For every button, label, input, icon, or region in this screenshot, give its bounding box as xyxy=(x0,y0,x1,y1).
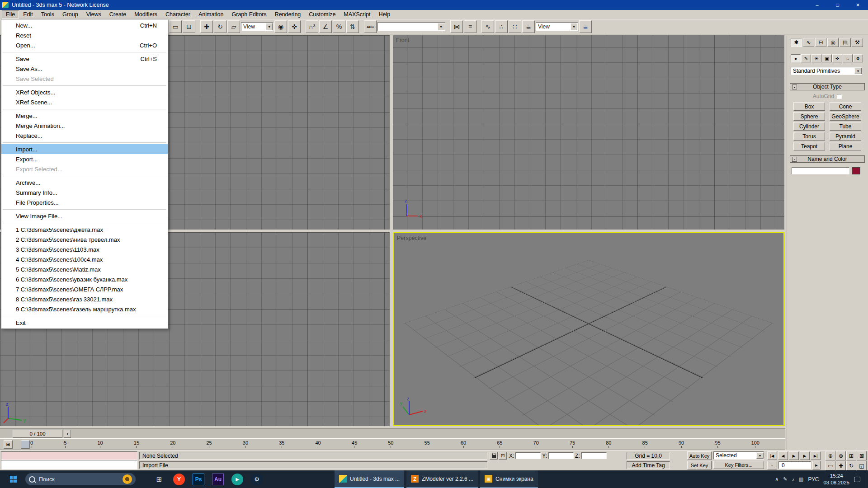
angle-snap-icon[interactable]: ∠ xyxy=(319,20,332,33)
category-shapes[interactable]: ✎ xyxy=(801,54,811,62)
object-color-swatch[interactable] xyxy=(852,167,860,174)
auto-key-button[interactable]: Auto Key xyxy=(687,451,712,460)
menu-item-recent-9[interactable]: 9 C:\3dsmax5\scenes\газель маршрутка.max xyxy=(1,304,168,314)
menu-item-exit[interactable]: Exit xyxy=(1,318,168,328)
primitives-dropdown[interactable]: Standard Primitives ▾ xyxy=(791,67,862,75)
name-color-rollout-header[interactable]: - Name and Color xyxy=(790,155,865,163)
menu-item-recent-6[interactable]: 6 C:\3dsmax5\scenes\увазик буханка.max xyxy=(1,274,168,284)
menu-modifiers[interactable]: Modifiers xyxy=(130,10,161,19)
edit-named-selections-icon[interactable]: ABC xyxy=(364,20,377,33)
menu-rendering[interactable]: Rendering xyxy=(271,10,305,19)
track-bar[interactable]: ⊞ 05101520253035404550556065707580859095… xyxy=(0,438,785,450)
select-and-scale-icon[interactable]: ▱ xyxy=(227,20,240,33)
menu-item-reset[interactable]: Reset xyxy=(1,30,168,40)
menu-item-recent-3[interactable]: 3 C:\3dsmax5\scenes\1103.max xyxy=(1,244,168,254)
menu-item-replace[interactable]: Replace... xyxy=(1,131,168,141)
snap-toggle-3d-icon[interactable]: ∩³ xyxy=(306,20,318,33)
menu-item-save-selected[interactable]: Save Selected xyxy=(1,74,168,84)
category-geometry[interactable]: ● xyxy=(791,54,801,62)
render-type-combo[interactable]: View▾ xyxy=(536,22,578,31)
tab-motion[interactable]: ◎ xyxy=(827,38,839,47)
show-desktop-button[interactable] xyxy=(865,470,867,488)
steam-icon[interactable]: ⚙ xyxy=(251,474,263,485)
menu-tools[interactable]: Tools xyxy=(37,10,58,19)
current-frame-marker[interactable] xyxy=(21,440,30,449)
menu-item-recent-5[interactable]: 5 C:\3dsmax5\scenes\Matiz.max xyxy=(1,264,168,274)
current-frame-field[interactable]: 0 xyxy=(778,461,811,469)
menu-item-merge[interactable]: Merge... xyxy=(1,111,168,121)
action-center-icon[interactable] xyxy=(854,477,860,482)
menu-item-import[interactable]: Import... xyxy=(1,144,168,154)
tab-create[interactable]: ✱ xyxy=(791,38,802,47)
y-coordinate-field[interactable] xyxy=(548,452,574,459)
next-frame-button[interactable]: ▶ xyxy=(800,451,810,460)
menu-create[interactable]: Create xyxy=(105,10,131,19)
quick-render-icon[interactable]: ☕ xyxy=(579,20,592,33)
menu-file[interactable]: File xyxy=(2,10,19,19)
taskbar-clock[interactable]: 15:24 03.08.2025 xyxy=(823,473,849,486)
menu-item-xref-objects[interactable]: XRef Objects... xyxy=(1,87,168,97)
yandex-browser-icon[interactable]: Y xyxy=(173,474,185,485)
key-filters-button[interactable]: Key Filters... xyxy=(713,461,764,469)
z-coordinate-field[interactable] xyxy=(581,452,607,459)
rollout-collapse-icon[interactable]: - xyxy=(792,84,797,89)
use-pivot-center-icon[interactable]: ◉ xyxy=(274,20,287,33)
start-button[interactable] xyxy=(3,470,24,488)
task-view-icon[interactable]: ⊞ xyxy=(153,473,165,486)
maximize-button[interactable]: □ xyxy=(827,0,848,10)
mirror-icon[interactable]: ⋈ xyxy=(450,20,463,33)
menu-item-xref-scene[interactable]: XRef Scene... xyxy=(1,97,168,107)
absolute-offset-toggle[interactable]: ⊡ xyxy=(499,452,507,460)
macro-recorder-pane[interactable] xyxy=(1,451,137,460)
time-slider-track[interactable]: 0 / 100 › xyxy=(0,428,785,438)
rollout-collapse-icon[interactable]: - xyxy=(792,157,797,162)
media-app-icon[interactable]: ▶ xyxy=(231,474,243,485)
arc-rotate-icon[interactable]: ↻ xyxy=(846,461,856,470)
menu-item-new[interactable]: New... Ctrl+N xyxy=(1,20,168,30)
set-key-button[interactable]: Set Key xyxy=(687,461,712,469)
select-and-rotate-icon[interactable]: ↻ xyxy=(214,20,226,33)
go-to-end-button[interactable]: ▶| xyxy=(811,451,821,460)
named-selection-sets-combo[interactable]: ▾ xyxy=(377,22,445,31)
close-button[interactable]: ✕ xyxy=(848,0,868,10)
render-scene-icon[interactable]: ☕ xyxy=(522,20,535,33)
menu-item-recent-4[interactable]: 4 C:\3dsmax5\scenes\100c4.max xyxy=(1,254,168,264)
taskbar-window-3dsmax[interactable]: Untitled - 3ds max ... xyxy=(335,470,404,488)
menu-item-open[interactable]: Open... Ctrl+O xyxy=(1,40,168,50)
add-time-tag-button[interactable]: Add Time Tag xyxy=(627,461,670,469)
box-button[interactable]: Box xyxy=(793,102,825,111)
menu-customize[interactable]: Customize xyxy=(305,10,340,19)
minimize-button[interactable]: – xyxy=(807,0,827,10)
audition-icon[interactable]: Au xyxy=(212,474,224,485)
select-and-move-icon[interactable]: ✚ xyxy=(200,20,213,33)
tab-modify[interactable]: ∿ xyxy=(803,38,814,47)
menu-item-merge-animation[interactable]: Merge Animation... xyxy=(1,121,168,131)
category-systems[interactable]: ⚙ xyxy=(853,54,863,62)
menu-item-save-as[interactable]: Save As... xyxy=(1,64,168,74)
spinner-snap-icon[interactable]: ⇅ xyxy=(346,20,359,33)
menu-item-export-selected[interactable]: Export Selected... xyxy=(1,164,168,174)
next-key-button[interactable]: ▸ xyxy=(812,461,821,469)
object-name-input[interactable] xyxy=(792,167,849,174)
menu-item-file-properties[interactable]: File Properties... xyxy=(1,197,168,207)
network-icon[interactable]: ▥ xyxy=(799,476,803,482)
sphere-button[interactable]: Sphere xyxy=(793,112,825,121)
zoom-extents-icon[interactable]: ⊞ xyxy=(846,451,856,460)
volume-icon[interactable]: ♪ xyxy=(792,477,795,482)
category-cameras[interactable]: ▣ xyxy=(822,54,832,62)
pen-icon[interactable]: ✎ xyxy=(783,476,787,482)
menu-graph-editors[interactable]: Graph Editors xyxy=(228,10,271,19)
menu-views[interactable]: Views xyxy=(82,10,105,19)
hidden-icons-chevron[interactable]: ∧ xyxy=(775,476,778,482)
menu-item-export[interactable]: Export... xyxy=(1,154,168,164)
x-coordinate-field[interactable] xyxy=(515,452,541,459)
play-button[interactable]: ▶ xyxy=(789,451,799,460)
window-crossing-icon[interactable]: ⊡ xyxy=(183,20,195,33)
zoom-all-icon[interactable]: ⊛ xyxy=(836,451,846,460)
menu-item-view-image-file[interactable]: View Image File... xyxy=(1,211,168,221)
tab-utilities[interactable]: ⚒ xyxy=(852,38,863,47)
select-and-manipulate-icon[interactable]: ✜ xyxy=(288,20,301,33)
time-slider-handle[interactable]: 0 / 100 xyxy=(13,430,62,438)
previous-frame-button[interactable]: ◀ xyxy=(778,451,788,460)
zoom-icon[interactable]: ⊕ xyxy=(826,451,835,460)
